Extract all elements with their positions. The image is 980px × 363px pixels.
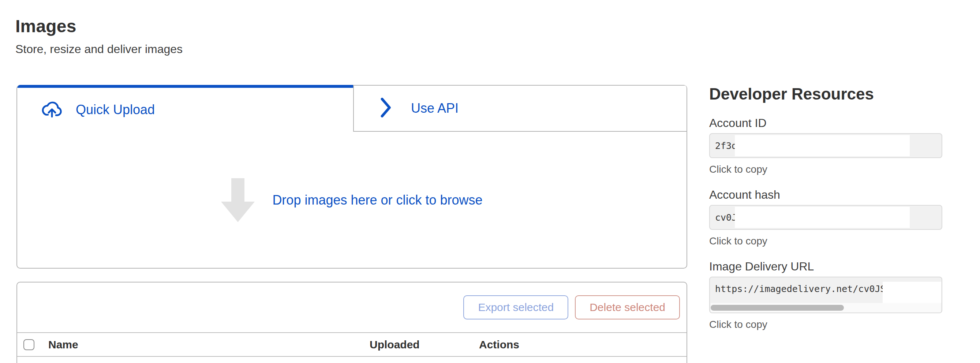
redaction-overlay	[735, 207, 910, 228]
tab-use-api-label: Use API	[411, 100, 458, 116]
tab-row: Quick Upload Use API	[17, 85, 687, 132]
image-delivery-url-value: https://imagedelivery.net/cv0JS	[710, 283, 886, 294]
image-delivery-url-label: Image Delivery URL	[709, 259, 942, 274]
account-hash-field[interactable]: cv0J	[709, 205, 942, 230]
chevron-right-icon	[380, 97, 392, 119]
images-table-card: Export selected Delete selected Name Upl…	[16, 282, 687, 363]
account-id-label: Account ID	[709, 116, 942, 130]
account-hash-copy-hint: Click to copy	[709, 235, 942, 247]
column-header-uploaded: Uploaded	[370, 339, 420, 351]
image-delivery-url-copy-hint: Click to copy	[709, 318, 942, 331]
account-id-field[interactable]: 2f3d	[709, 133, 942, 158]
redaction-overlay	[735, 135, 910, 156]
column-header-name: Name	[48, 339, 78, 351]
table-toolbar: Export selected Delete selected	[17, 282, 687, 332]
drop-zone-label: Drop images here or click to browse	[272, 193, 482, 208]
delete-selected-button[interactable]: Delete selected	[575, 295, 680, 320]
select-all-checkbox[interactable]	[24, 339, 34, 350]
account-id-value: 2f3d	[710, 140, 737, 151]
upload-card: Quick Upload Use API Drop images here or…	[16, 85, 687, 269]
horizontal-scrollbar-thumb[interactable]	[711, 305, 844, 310]
export-selected-button[interactable]: Export selected	[463, 295, 568, 320]
table-header-row: Name Uploaded Actions	[17, 332, 687, 357]
page-subtitle: Store, resize and deliver images	[15, 43, 183, 56]
developer-resources-panel: Developer Resources Account ID 2f3d Clic…	[709, 85, 942, 342]
cloud-upload-icon	[40, 100, 64, 120]
image-delivery-url-field[interactable]: https://imagedelivery.net/cv0JS	[709, 277, 942, 313]
drop-zone[interactable]: Drop images here or click to browse	[17, 132, 687, 269]
account-hash-label: Account hash	[709, 187, 942, 202]
tab-quick-upload[interactable]: Quick Upload	[17, 85, 353, 132]
redaction-overlay	[883, 282, 941, 303]
sidebar-title: Developer Resources	[709, 85, 942, 102]
arrow-down-icon	[221, 178, 255, 222]
page-title: Images	[15, 16, 76, 36]
tab-quick-upload-label: Quick Upload	[76, 102, 155, 118]
tab-use-api[interactable]: Use API	[353, 85, 687, 132]
account-hash-value: cv0J	[710, 212, 737, 223]
column-header-actions: Actions	[479, 339, 519, 351]
account-id-copy-hint: Click to copy	[709, 163, 942, 176]
horizontal-scrollbar-track	[711, 303, 941, 312]
